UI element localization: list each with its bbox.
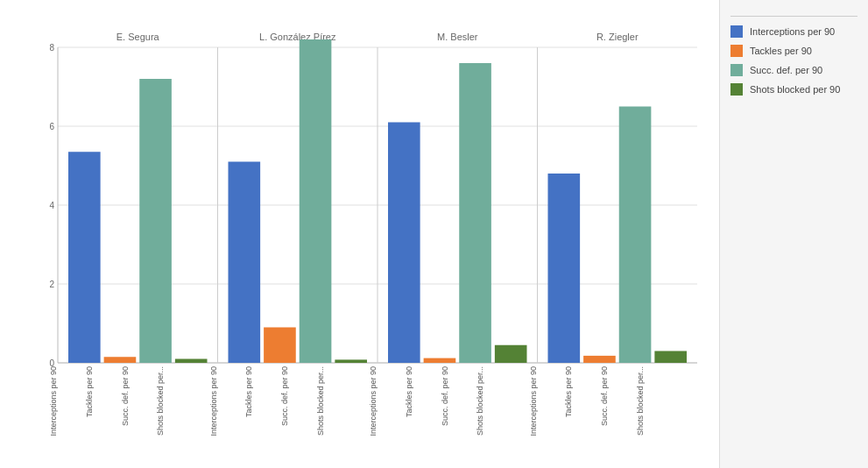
legend-label: Interceptions per 90 (750, 26, 835, 37)
legend-swatch (730, 45, 743, 57)
player-label: E. Segura (116, 32, 160, 42)
y-tick-label: 8 (49, 43, 54, 53)
legend-item: Interceptions per 90 (730, 25, 857, 38)
legend-panel: Interceptions per 90 Tackles per 90 Succ… (719, 0, 868, 468)
bar (388, 123, 420, 364)
legend-item: Shots blocked per 90 (730, 83, 857, 96)
y-tick-label: 6 (49, 122, 54, 131)
player-label: R. Ziegler (596, 32, 639, 42)
bar (548, 174, 581, 363)
bar (139, 79, 172, 363)
bar (459, 63, 491, 363)
y-tick-label: 4 (49, 201, 54, 210)
bar (68, 152, 101, 363)
legend-swatch (730, 25, 743, 38)
y-tick-label: 2 (49, 280, 54, 289)
legend-title (730, 11, 857, 17)
bar (583, 356, 616, 363)
legend-label: Succ. def. per 90 (750, 65, 822, 75)
legend-label: Shots blocked per 90 (750, 84, 840, 95)
legend-swatch (730, 83, 743, 96)
bar (264, 328, 296, 364)
legend-swatch (730, 64, 743, 76)
legend-item: Succ. def. per 90 (730, 64, 857, 76)
legend-item: Tackles per 90 (730, 45, 857, 57)
chart-area: 02468 E. SeguraL. González PírezM. Besle… (0, 0, 719, 468)
player-label: M. Besler (437, 32, 478, 42)
legend-label: Tackles per 90 (750, 46, 812, 56)
bar (654, 351, 687, 364)
x-tick-label: Shots blocked per... (636, 366, 706, 436)
bar (104, 357, 137, 363)
chart-svg-wrapper: E. SeguraL. González PírezM. BeslerR. Zi… (58, 47, 697, 363)
bar (619, 107, 652, 364)
bar (229, 162, 261, 364)
bar (300, 39, 332, 363)
bar (495, 345, 527, 363)
